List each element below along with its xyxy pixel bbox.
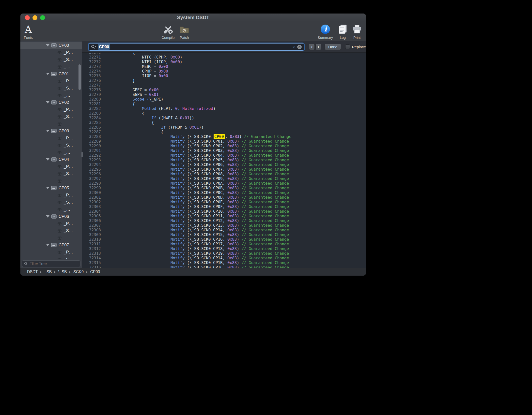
tree-item-CP03[interactable]: CP03 [20, 127, 82, 134]
method-icon [57, 200, 62, 205]
tree-item-label: _P… [64, 164, 73, 169]
tree-item-label: _P… [64, 193, 73, 198]
line-number: 32282 [84, 106, 101, 111]
line-number: 32313 [84, 251, 101, 256]
line-number: 32276 [84, 78, 101, 83]
method-icon [57, 58, 62, 62]
disclosure-triangle-icon[interactable] [46, 215, 49, 218]
tree-item-label: CP01 [59, 72, 69, 76]
patch-button[interactable]: ⚙ Patch [174, 23, 195, 40]
disclosure-triangle-icon[interactable] [46, 244, 49, 246]
line-number: 32315 [84, 260, 101, 265]
line-number: 32291 [84, 148, 101, 153]
tree-item-label: _S… [64, 86, 73, 91]
disclosure-triangle-icon[interactable] [46, 187, 49, 189]
tree-item-child[interactable]: _S… [20, 113, 82, 120]
search-input[interactable]: CP00 3 ✕ [89, 43, 304, 51]
tree-item-CP05[interactable]: CP05 [20, 184, 82, 192]
method-icon [57, 107, 62, 112]
scope-icon [51, 72, 57, 76]
tree-item-label: _S… [64, 200, 73, 205]
code-line: 32303 Notify (\_SB.SCK0.CP0F, 0x83) // G… [84, 204, 366, 209]
zoom-button[interactable] [40, 15, 45, 20]
breadcrumb-item[interactable]: CP00 [90, 270, 100, 274]
breadcrumb-item[interactable]: \_SB [58, 270, 67, 274]
tree-item-child[interactable]: _P… [20, 134, 82, 142]
tree-item-child[interactable]: _P… [20, 163, 82, 170]
sidebar-scrollbar-thumb[interactable] [78, 64, 81, 90]
match-count: 3 [293, 45, 295, 49]
tree-item-child[interactable]: _S… [20, 199, 82, 206]
disclosure-triangle-icon[interactable] [46, 73, 49, 75]
patch-label: Patch [174, 36, 195, 40]
method-icon [57, 136, 62, 140]
tree-item-label: _… [64, 236, 70, 240]
tree-item-child[interactable]: _S… [20, 170, 82, 177]
breadcrumb-item[interactable]: _SB [44, 270, 52, 274]
filter-row: Filter Tree [20, 259, 82, 268]
tree-item-child[interactable]: _P… [20, 77, 82, 85]
line-number: 32308 [84, 228, 101, 232]
tree-item-child[interactable]: _S… [20, 142, 82, 149]
close-button[interactable] [25, 15, 30, 20]
tree-item-label: _S… [64, 171, 73, 176]
tree-item-child[interactable]: _S… [20, 85, 82, 92]
code-line: 32294 Notify (\_SB.SCK0.CP06, 0x83) // G… [84, 162, 366, 167]
tree-item-child[interactable]: _P… [20, 249, 82, 256]
disclosure-triangle-icon[interactable] [46, 158, 49, 161]
tree-item-CP01[interactable]: CP01 [20, 70, 82, 77]
print-button[interactable]: Print [347, 23, 366, 40]
tree-item-child[interactable]: _… [20, 149, 82, 156]
fonts-icon: A [20, 23, 39, 35]
tree-item-child[interactable]: _P… [20, 106, 82, 113]
disclosure-triangle-icon[interactable] [46, 44, 49, 46]
line-number: 32283 [84, 111, 101, 116]
tree-item-CP06[interactable]: CP06 [20, 213, 82, 220]
line-number: 32271 [84, 55, 101, 59]
code-line: 32312 Notify (\_SB.SCK0.CP18, 0x83) // G… [84, 246, 366, 251]
tree-item-child[interactable]: _P… [20, 220, 82, 227]
tree-item-child[interactable]: _S… [20, 227, 82, 234]
clear-search-icon[interactable]: ✕ [297, 45, 302, 49]
fonts-button[interactable]: A Fonts [20, 23, 39, 40]
code-line: 32278 GPEC = 0x00 [84, 88, 366, 92]
tree-item-CP04[interactable]: CP04 [20, 156, 82, 163]
tree-item-child[interactable]: _… [20, 206, 82, 213]
breadcrumb-item[interactable]: DSDT [27, 270, 38, 274]
tree-item-child[interactable]: _P… [20, 192, 82, 199]
tree-item-child[interactable]: _P… [20, 49, 82, 56]
line-number: 32289 [84, 139, 101, 144]
line-number: 32294 [84, 162, 101, 167]
search-match-highlight: CP00 [214, 134, 225, 139]
disclosure-triangle-icon[interactable] [46, 101, 49, 104]
tree-item-child[interactable]: _… [20, 120, 82, 127]
find-previous-button[interactable]: ‹ [309, 44, 315, 50]
disclosure-triangle-icon[interactable] [46, 130, 49, 132]
breadcrumb-item[interactable]: SCK0 [73, 270, 84, 274]
code-line: 32271 NTFC (CPHP, 0x00) [84, 55, 366, 59]
filter-tree-input[interactable]: Filter Tree [22, 260, 80, 267]
scope-icon [51, 157, 57, 162]
tree-item-child[interactable]: _… [20, 234, 82, 241]
tree-item-child[interactable]: _S… [20, 256, 82, 259]
scope-icon [51, 214, 57, 219]
find-next-button[interactable]: › [315, 44, 321, 50]
tree-item-CP00[interactable]: CP00 [20, 42, 82, 49]
tree-item-child[interactable]: _… [20, 92, 82, 99]
method-icon [57, 93, 62, 98]
tree-item-label: _… [64, 121, 70, 126]
code-line: 32285 { [84, 120, 366, 125]
tree-item-CP07[interactable]: CP07 [20, 241, 82, 249]
tree-item-CP02[interactable]: CP02 [20, 99, 82, 106]
scope-icon [51, 243, 57, 247]
tree-item-child[interactable]: _S… [20, 56, 82, 63]
code-line: 32274 CPHP = 0x00 [84, 69, 366, 74]
line-number: 32295 [84, 167, 101, 172]
done-button[interactable]: Done [325, 44, 341, 50]
replace-checkbox[interactable] [345, 44, 350, 49]
tree-item-child[interactable]: _… [20, 63, 82, 70]
method-icon [57, 193, 62, 197]
tree-item-child[interactable]: _… [20, 177, 82, 184]
minimize-button[interactable] [32, 15, 37, 20]
code-editor[interactable]: 32270 {32271 NTFC (CPHP, 0x00)32272 NTFI… [82, 53, 366, 268]
